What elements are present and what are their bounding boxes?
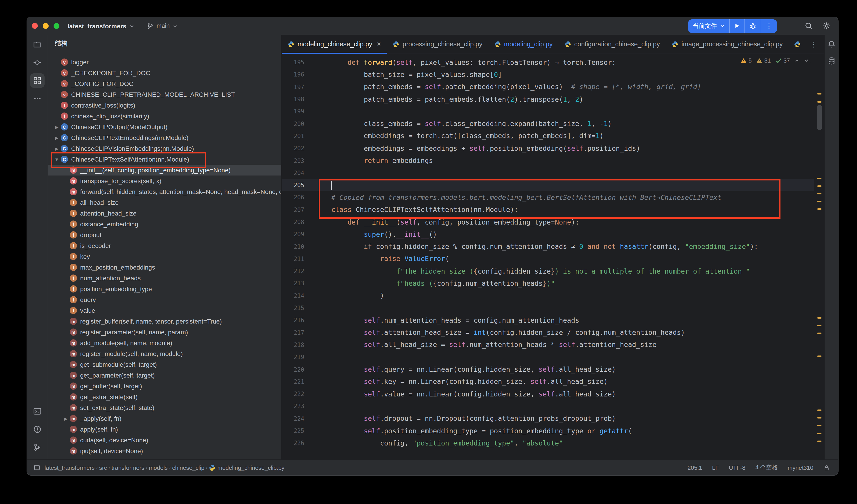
code-line-206[interactable]: 206# Copied from transformers.models.ber… [282, 191, 814, 204]
code-line-196[interactable]: 196 batch_size = pixel_values.shape[0] [282, 69, 814, 81]
run-button[interactable] [729, 19, 744, 33]
minimize-window-button[interactable] [43, 23, 49, 29]
structure-item[interactable]: mapply(self, fn) [48, 424, 281, 435]
structure-item[interactable]: fdistance_embedding [48, 219, 281, 230]
structure-item[interactable]: ▶CChineseCLIPTextEmbeddings(nn.Module) [48, 132, 281, 143]
line-number[interactable]: 207 [282, 206, 304, 213]
line-number[interactable]: 223 [282, 403, 304, 410]
code-line-199[interactable]: 199 [282, 105, 814, 118]
code-line-222[interactable]: 222 self.value = nn.Linear(config.hidden… [282, 388, 814, 400]
next-problem-button[interactable] [804, 58, 809, 63]
code-line-197[interactable]: 197 patch_embeds = self.patch_embedding(… [282, 81, 814, 93]
settings-button[interactable] [820, 20, 833, 32]
line-number[interactable]: 212 [282, 268, 304, 274]
line-number[interactable]: 196 [282, 71, 304, 78]
problems-tool-button[interactable] [30, 422, 45, 437]
run-more-button[interactable]: ⋮ [761, 19, 777, 33]
line-number[interactable]: 219 [282, 354, 304, 361]
hidden-tabs-button[interactable]: ⋮ [807, 40, 821, 48]
error-stripe[interactable] [816, 53, 823, 460]
structure-item[interactable]: ▶CChineseCLIPOutput(ModelOutput) [48, 121, 281, 132]
scrollbar-thumb[interactable] [817, 105, 822, 130]
code-line-205[interactable]: 205 [282, 179, 814, 191]
code-line-202[interactable]: 202 embeddings = embeddings + self.posit… [282, 142, 814, 155]
code-line-218[interactable]: 218 self.all_head_size = self.num_attent… [282, 339, 814, 351]
line-number[interactable]: 210 [282, 243, 304, 250]
structure-item[interactable]: mforward(self, hidden_states, attention_… [48, 186, 281, 197]
readonly-toggle[interactable] [823, 464, 830, 471]
structure-item[interactable]: v_CONFIG_FOR_DOC [48, 78, 281, 89]
structure-item[interactable]: v_CHECKPOINT_FOR_DOC [48, 67, 281, 78]
line-number[interactable]: 200 [282, 120, 304, 127]
project-selector[interactable]: latest_transformers [68, 22, 134, 30]
run-config-selector[interactable]: 当前文件 [688, 19, 729, 33]
tab-configuration_chinese_clip.py[interactable]: configuration_chinese_clip.py [558, 35, 666, 53]
code-line-220[interactable]: 220 self.query = nn.Linear(config.hidden… [282, 363, 814, 376]
line-number[interactable]: 214 [282, 292, 304, 299]
commit-tool-button[interactable] [30, 55, 45, 70]
typos-count[interactable]: 37 [775, 57, 790, 64]
line-number[interactable]: 199 [282, 108, 304, 115]
caret-position[interactable]: 205:1 [688, 464, 702, 471]
line-number[interactable]: 221 [282, 379, 304, 385]
code-line-226[interactable]: 226 config, "position_embedding_type", "… [282, 437, 814, 449]
code-line-219[interactable]: 219 [282, 351, 814, 363]
line-number[interactable]: 217 [282, 329, 304, 336]
code-line-195[interactable]: 195 def forward(self, pixel_values: torc… [282, 56, 814, 69]
structure-item[interactable]: fquery [48, 294, 281, 305]
structure-item[interactable]: fmax_position_embeddings [48, 262, 281, 273]
tab-modeling_clip.py[interactable]: modeling_clip.py [488, 35, 558, 53]
code-line-223[interactable]: 223 [282, 400, 814, 413]
breadcrumb-item[interactable]: src [99, 464, 107, 471]
vcs-tool-button[interactable] [30, 440, 45, 454]
breadcrumb-item[interactable]: models [149, 464, 168, 471]
code-line-200[interactable]: 200 class_embeds = self.class_embedding.… [282, 118, 814, 130]
structure-item[interactable]: mregister_buffer(self, name, tensor, per… [48, 316, 281, 327]
code-line-209[interactable]: 209 super().__init__() [282, 228, 814, 240]
structure-item[interactable]: fkey [48, 251, 281, 262]
breadcrumb-item[interactable]: chinese_clip [172, 464, 204, 471]
structure-item[interactable]: mget_submodule(self, target) [48, 359, 281, 370]
line-number[interactable]: 211 [282, 256, 304, 262]
structure-item[interactable]: fposition_embedding_type [48, 284, 281, 294]
close-icon[interactable]: × [377, 40, 381, 48]
code-line-221[interactable]: 221 self.key = nn.Linear(config.hidden_s… [282, 375, 814, 388]
file-encoding[interactable]: UTF-8 [729, 464, 745, 471]
python-interpreter[interactable]: mynet310 [788, 464, 813, 471]
terminal-tool-button[interactable] [30, 404, 45, 419]
line-number[interactable]: 213 [282, 280, 304, 287]
code-line-201[interactable]: 201 embeddings = torch.cat([class_embeds… [282, 130, 814, 142]
indent-style[interactable]: 4 个空格 [755, 464, 778, 472]
structure-item[interactable]: fis_decoder [48, 240, 281, 251]
branch-widget[interactable]: main [147, 22, 177, 29]
code-line-198[interactable]: 198 patch_embeds = patch_embeds.flatten(… [282, 93, 814, 105]
debug-button[interactable] [745, 19, 761, 33]
structure-item[interactable]: ▶m_apply(self, fn) [48, 413, 281, 424]
line-number[interactable]: 202 [282, 145, 304, 152]
tab-modeling_chinese_clip.py[interactable]: modeling_chinese_clip.py× [282, 35, 387, 53]
structure-item[interactable]: fattention_head_size [48, 208, 281, 219]
chevron-expanded-icon[interactable]: ▼ [53, 157, 61, 162]
tab-partial[interactable] [789, 35, 807, 53]
structure-item[interactable]: mregister_parameter(self, name, param) [48, 327, 281, 337]
structure-item[interactable]: fvalue [48, 305, 281, 316]
chevron-collapsed-icon[interactable]: ▶ [53, 135, 61, 140]
structure-tool-button[interactable] [30, 73, 45, 88]
prev-problem-button[interactable] [794, 58, 800, 63]
structure-item[interactable]: fcontrastive_loss(logits) [48, 100, 281, 111]
code-line-208[interactable]: 208 def __init__(self, config, position_… [282, 216, 814, 229]
code-line-217[interactable]: 217 self.attention_head_size = int(confi… [282, 326, 814, 339]
zoom-window-button[interactable] [54, 23, 60, 29]
line-number[interactable]: 201 [282, 133, 304, 139]
more-tool-windows-button[interactable] [30, 91, 45, 106]
tool-window-toggle-icon[interactable] [33, 464, 40, 471]
chevron-collapsed-icon[interactable]: ▶ [62, 416, 70, 421]
line-number[interactable]: 195 [282, 59, 304, 66]
inspections-widget[interactable]: 5 31 37 [739, 56, 811, 65]
code-line-224[interactable]: 224 self.dropout = nn.Dropout(config.att… [282, 413, 814, 425]
structure-item[interactable]: mget_buffer(self, target) [48, 381, 281, 391]
code-line-203[interactable]: 203 return embeddings [282, 155, 814, 167]
structure-item[interactable]: vlogger [48, 57, 281, 67]
warnings-count[interactable]: 5 [740, 57, 752, 64]
line-number[interactable]: 205 [282, 182, 304, 188]
